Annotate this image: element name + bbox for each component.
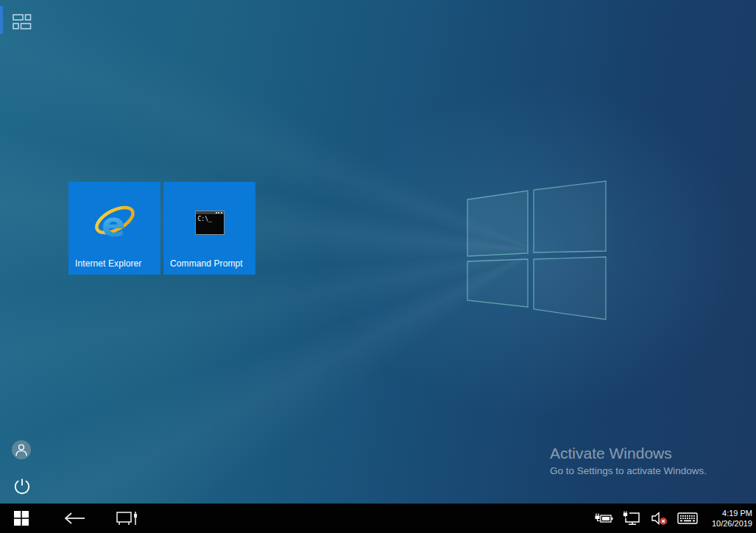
avatar xyxy=(12,440,31,459)
taskbar-clock[interactable]: 4:19 PM 10/26/2019 xyxy=(712,504,752,533)
battery-charging-button[interactable] xyxy=(590,504,618,533)
command-prompt-icon: C:\_ xyxy=(195,211,225,235)
volume-muted-icon xyxy=(650,511,669,526)
watermark-title: Activate Windows xyxy=(550,445,707,462)
user-account-button[interactable] xyxy=(12,440,32,460)
network-button[interactable] xyxy=(618,504,646,533)
power-icon xyxy=(13,476,32,495)
touch-keyboard-icon xyxy=(677,512,698,525)
battery-charging-icon xyxy=(594,512,613,525)
watermark-subtitle: Go to Settings to activate Windows. xyxy=(550,465,707,476)
pinned-tiles-icon xyxy=(13,14,32,30)
pinned-tiles-toggle-button[interactable] xyxy=(12,13,32,32)
back-arrow-icon xyxy=(63,511,86,526)
clock-date: 10/26/2019 xyxy=(712,518,752,529)
volume-button[interactable] xyxy=(646,504,674,533)
cmd-icon-prompt-text: C:\_ xyxy=(198,216,212,222)
windows-start-screen: { "colors": { "tile_blue": "#0a79d8", "t… xyxy=(0,0,756,533)
tile-label: Command Prompt xyxy=(170,258,243,269)
network-wired-icon xyxy=(622,511,641,526)
windows-hero-logo xyxy=(466,179,607,322)
svg-text:e: e xyxy=(102,204,125,244)
task-view-icon xyxy=(115,509,138,527)
start-scroll-indicator xyxy=(0,6,3,34)
power-button[interactable] xyxy=(13,476,32,495)
internet-explorer-icon: e xyxy=(68,192,160,253)
system-tray xyxy=(590,504,702,533)
tile-command-prompt[interactable]: C:\_ Command Prompt xyxy=(163,182,255,275)
back-button[interactable] xyxy=(57,504,91,533)
windows-logo-icon xyxy=(14,511,29,526)
cmd-icon-titlebar xyxy=(196,211,224,214)
activate-windows-watermark: Activate Windows Go to Settings to activ… xyxy=(550,445,707,476)
tile-internet-explorer[interactable]: e Internet Explorer xyxy=(68,182,160,275)
taskbar: 4:19 PM 10/26/2019 xyxy=(0,504,756,533)
tile-label: Internet Explorer xyxy=(75,258,141,269)
touch-keyboard-button[interactable] xyxy=(674,504,702,533)
user-avatar-icon xyxy=(12,440,31,459)
task-view-button[interactable] xyxy=(109,504,144,533)
start-button[interactable] xyxy=(0,504,43,533)
clock-time: 4:19 PM xyxy=(712,508,752,518)
